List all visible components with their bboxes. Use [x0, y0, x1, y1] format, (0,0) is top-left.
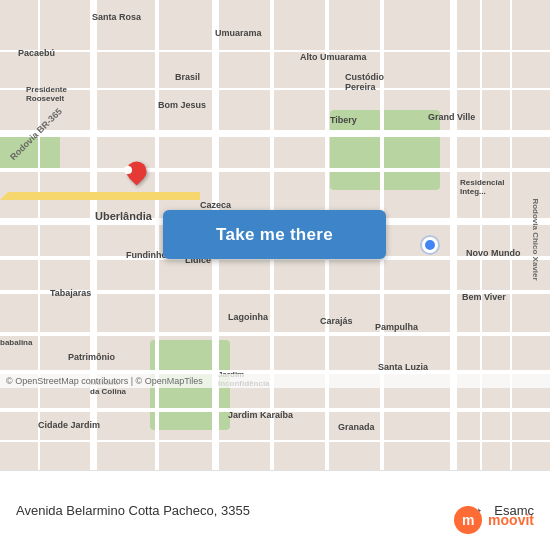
label-bom-jesus: Bom Jesus — [158, 100, 206, 110]
take-me-there-label: Take me there — [216, 225, 333, 245]
road-v-sm-2 — [480, 0, 482, 470]
label-chico-xavier: Rodovia Chico Xavier — [531, 198, 540, 280]
map-container: Santa Rosa Pacaebú Brasil Umuarama Alto … — [0, 0, 550, 470]
road-v-major-3 — [450, 0, 457, 470]
label-umuarama: Umuarama — [215, 28, 262, 38]
map-attribution: © OpenStreetMap contributors | © OpenMap… — [0, 374, 550, 388]
moovit-icon: m — [454, 506, 482, 534]
label-cazeca: Cazeca — [200, 200, 231, 210]
moovit-logo: m moovit — [454, 506, 534, 534]
label-pres-roosevelt: PresidenteRoosevelt — [26, 85, 67, 103]
road-h-sm-2 — [0, 88, 550, 90]
label-resid-integ: ResidencialInteg... — [460, 178, 504, 196]
label-pacaebu: Pacaebú — [18, 48, 55, 58]
moovit-text: moovit — [488, 512, 534, 528]
label-grand-ville: Grand Ville — [428, 112, 475, 122]
label-tabajaras: Tabajaras — [50, 288, 91, 298]
road-v-sm-3 — [510, 0, 512, 470]
label-uberlandia: Uberlândia — [95, 210, 152, 222]
road-h-2 — [0, 168, 550, 172]
label-cidade-jardim: Cidade Jardim — [38, 420, 100, 430]
current-location-dot — [422, 237, 438, 253]
label-jardim-karaiba: Jardim Karaíba — [228, 410, 293, 420]
road-h-5 — [0, 332, 550, 336]
road-v-major-1 — [90, 0, 97, 470]
label-custodio: CustódioPereira — [345, 72, 384, 92]
label-santa-rosa: Santa Rosa — [92, 12, 141, 22]
label-santa-luzia: Santa Luzia — [378, 362, 428, 372]
road-h-sm-1 — [0, 50, 550, 52]
label-novo-mundo: Novo Mundo — [466, 248, 521, 258]
road-v-sm-1 — [38, 0, 40, 470]
bottom-bar: Avenida Belarmino Cotta Pacheco, 3355 → … — [0, 470, 550, 550]
label-tibery: Tibery — [330, 115, 357, 125]
label-alto-umuarama: Alto Umuarama — [300, 52, 367, 62]
road-h-major-1 — [0, 130, 550, 137]
label-brasil: Brasil — [175, 72, 200, 82]
road-h-sm-3 — [0, 440, 550, 442]
label-lagoinha: Lagoinha — [228, 312, 268, 322]
origin-label: Avenida Belarmino Cotta Pacheco, 3355 — [16, 503, 456, 518]
road-v-2 — [155, 0, 159, 470]
label-bem-viver: Bem Viver — [462, 292, 506, 302]
label-carajas: Carajás — [320, 316, 353, 326]
label-pampulha: Pampulha — [375, 322, 418, 332]
label-granada: Granada — [338, 422, 375, 432]
take-me-there-button[interactable]: Take me there — [163, 210, 386, 259]
label-babalina: babalina — [0, 338, 32, 347]
label-patrimonio: Patrimônio — [68, 352, 115, 362]
label-fundinho: Fundinho — [126, 250, 167, 260]
location-pin — [118, 160, 138, 188]
